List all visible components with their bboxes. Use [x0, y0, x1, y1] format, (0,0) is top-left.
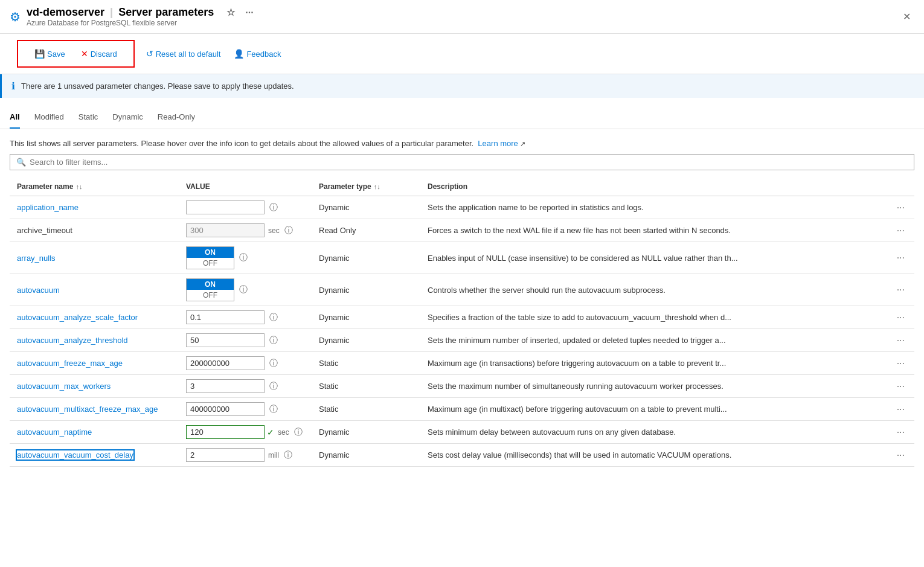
tab-readonly[interactable]: Read-Only	[158, 107, 195, 129]
sort-param-name-icon[interactable]: ↑↓	[75, 183, 82, 190]
row-menu-icon[interactable]: ···	[894, 449, 907, 461]
table-row: autovacuum_naptime✓secⓘDynamicSets minim…	[10, 421, 914, 444]
star-icon[interactable]: ☆	[223, 6, 239, 19]
toggle-autovacuum[interactable]: ONOFF	[186, 278, 234, 301]
table-row: array_nullsONOFFⓘDynamicEnables input of…	[10, 242, 914, 274]
actions-cell: ···	[887, 196, 914, 219]
param-name-link[interactable]: array_nulls	[17, 254, 56, 263]
discard-button[interactable]: ✕ Discard	[74, 46, 124, 62]
save-icon: 💾	[34, 49, 45, 59]
value-input-autovacuum_freeze_max_age[interactable]	[186, 356, 265, 370]
title-bar-left: ⚙ vd-demoserver | Server parameters ☆ ··…	[10, 6, 893, 27]
param-type-cell: Read Only	[312, 219, 420, 242]
description: This list shows all server parameters. P…	[0, 129, 924, 154]
param-type-cell: Dynamic	[312, 196, 420, 219]
feedback-button[interactable]: 👤 Feedback	[227, 46, 287, 62]
row-menu-icon[interactable]: ···	[894, 283, 907, 296]
table-header-row: Parameter name ↑↓ VALUE Parameter type ↑…	[10, 178, 914, 196]
description-cell: Sets cost delay value (milliseconds) tha…	[420, 444, 887, 467]
description-cell: Sets the application name to be reported…	[420, 196, 887, 219]
value-input-autovacuum_multixact_freeze_max_age[interactable]	[186, 402, 265, 416]
actions-cell: ···	[887, 375, 914, 398]
val-wrap: ⓘ	[186, 333, 304, 347]
info-circle-icon[interactable]: ⓘ	[269, 404, 278, 415]
value-input-autovacuum_naptime[interactable]	[186, 425, 265, 439]
search-input-wrap: 🔍	[10, 154, 914, 170]
value-input-application_name[interactable]	[186, 200, 265, 214]
param-name-link[interactable]: autovacuum_max_workers	[17, 382, 111, 391]
value-input-autovacuum_analyze_scale_factor[interactable]	[186, 310, 265, 324]
info-circle-icon[interactable]: ⓘ	[239, 252, 248, 263]
info-icon: ℹ	[11, 80, 15, 92]
table-row: archive_timeoutsecⓘRead OnlyForces a swi…	[10, 219, 914, 242]
toolbar: 💾 Save ✕ Discard	[17, 40, 135, 68]
toggle-off-label: OFF	[187, 258, 234, 269]
feedback-icon: 👤	[234, 49, 244, 59]
info-circle-icon[interactable]: ⓘ	[239, 284, 248, 295]
val-wrap: ✓secⓘ	[186, 425, 304, 439]
description-cell: Maximum age (in transactions) before tri…	[420, 352, 887, 375]
param-name-cell: autovacuum_freeze_max_age	[10, 352, 179, 375]
actions-cell: ···	[887, 242, 914, 274]
close-icon[interactable]: ✕	[899, 10, 914, 24]
table-row: autovacuum_analyze_scale_factorⓘDynamicS…	[10, 306, 914, 329]
row-menu-icon[interactable]: ···	[894, 426, 907, 438]
param-name-link[interactable]: autovacuum_analyze_scale_factor	[17, 313, 138, 322]
param-name-link[interactable]: autovacuum_freeze_max_age	[17, 359, 123, 368]
learn-more-link[interactable]: Learn more	[478, 139, 518, 148]
info-circle-icon[interactable]: ⓘ	[269, 335, 278, 346]
row-menu-icon[interactable]: ···	[894, 251, 907, 264]
tab-dynamic[interactable]: Dynamic	[112, 107, 143, 129]
row-menu-icon[interactable]: ···	[894, 334, 907, 347]
info-circle-icon[interactable]: ⓘ	[269, 202, 278, 213]
tabs: All Modified Static Dynamic Read-Only	[10, 107, 914, 129]
row-menu-icon[interactable]: ···	[894, 357, 907, 370]
param-value-cell: ⓘ	[179, 329, 312, 352]
toggle-array_nulls[interactable]: ONOFF	[186, 246, 234, 269]
value-input-autovacuum_analyze_threshold[interactable]	[186, 333, 265, 347]
table-row: autovacuum_vacuum_cost_delaymillⓘDynamic…	[10, 444, 914, 467]
table-row: autovacuum_freeze_max_ageⓘStaticMaximum …	[10, 352, 914, 375]
reset-button[interactable]: ↺ Reset all to default	[140, 46, 228, 62]
tab-static[interactable]: Static	[79, 107, 98, 129]
row-menu-icon[interactable]: ···	[894, 403, 907, 415]
param-name-link[interactable]: autovacuum_naptime	[17, 428, 92, 437]
unit-text: sec	[268, 226, 280, 235]
description-cell: Controls whether the server should run t…	[420, 274, 887, 306]
row-menu-icon[interactable]: ···	[894, 380, 907, 392]
info-circle-icon[interactable]: ⓘ	[269, 358, 278, 369]
info-message: There are 1 unsaved parameter changes. P…	[21, 82, 294, 91]
param-name-link[interactable]: autovacuum	[17, 286, 60, 295]
save-button[interactable]: 💾 Save	[28, 46, 72, 62]
row-menu-icon[interactable]: ···	[894, 311, 907, 324]
param-name-link[interactable]: autovacuum_multixact_freeze_max_age	[17, 405, 158, 414]
param-name-cell: autovacuum	[10, 274, 179, 306]
info-banner: ℹ There are 1 unsaved parameter changes.…	[0, 74, 924, 98]
tab-all[interactable]: All	[10, 107, 20, 129]
info-circle-icon[interactable]: ⓘ	[294, 427, 303, 438]
info-circle-icon[interactable]: ⓘ	[269, 312, 278, 323]
val-wrap: ⓘ	[186, 402, 304, 416]
col-description: Description	[420, 178, 887, 196]
param-name-link[interactable]: autovacuum_vacuum_cost_delay	[17, 450, 133, 460]
search-input[interactable]	[30, 158, 908, 167]
info-circle-icon[interactable]: ⓘ	[284, 225, 293, 236]
param-type-cell: Static	[312, 352, 420, 375]
tab-modified[interactable]: Modified	[34, 107, 64, 129]
more-options-icon[interactable]: ···	[242, 6, 257, 19]
val-wrap: millⓘ	[186, 448, 304, 462]
param-type-cell: Dynamic	[312, 274, 420, 306]
page-title: Server parameters	[118, 6, 214, 18]
sort-param-type-icon[interactable]: ↑↓	[374, 183, 380, 190]
row-menu-icon[interactable]: ···	[894, 201, 907, 214]
param-name-link[interactable]: application_name	[17, 203, 79, 212]
value-input-autovacuum_max_workers[interactable]	[186, 379, 265, 393]
val-wrap: secⓘ	[186, 223, 304, 237]
actions-cell: ···	[887, 352, 914, 375]
row-menu-icon[interactable]: ···	[894, 224, 907, 237]
info-circle-icon[interactable]: ⓘ	[269, 381, 278, 392]
value-input-autovacuum_vacuum_cost_delay[interactable]	[186, 448, 265, 462]
val-wrap: ONOFFⓘ	[186, 278, 304, 301]
param-name-link[interactable]: autovacuum_analyze_threshold	[17, 336, 128, 345]
info-circle-icon[interactable]: ⓘ	[284, 450, 292, 461]
